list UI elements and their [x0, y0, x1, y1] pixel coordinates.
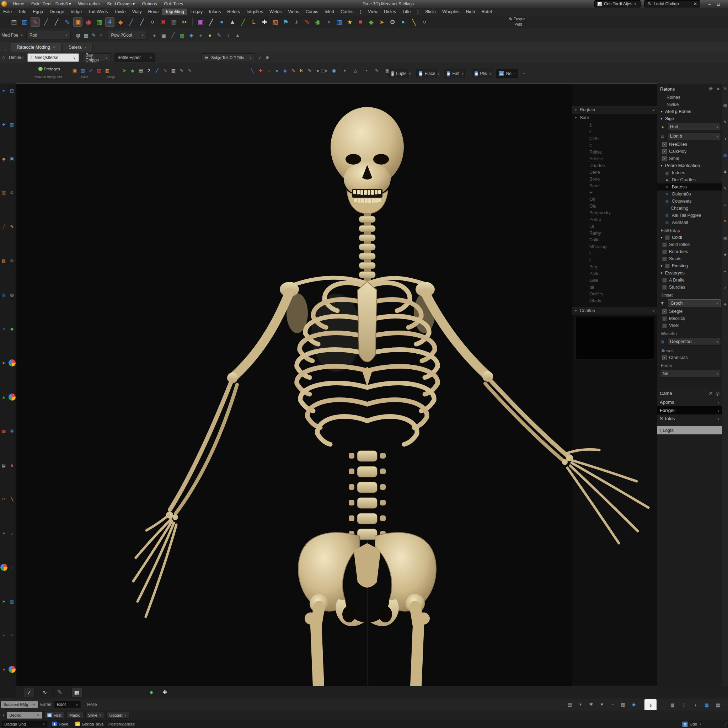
frame-icon[interactable]: ▣: [160, 31, 167, 39]
clip-icon[interactable]: ▤: [566, 701, 574, 708]
menu-item-inloes[interactable]: Inloes: [206, 9, 224, 15]
explorer-item[interactable]: Lil: [572, 223, 657, 229]
explorer-section-ceatlon[interactable]: ▼Ceatlon ∨: [572, 307, 657, 315]
lasso-icon[interactable]: ◉: [84, 17, 93, 27]
move-tool-icon[interactable]: ✚: [0, 121, 8, 128]
wrench-dock-icon[interactable]: ⚙: [9, 257, 16, 265]
back-chevron-icon[interactable]: ‹: [0, 47, 11, 52]
explorer-item[interactable]: H: [572, 189, 657, 196]
menu-item-disles[interactable]: Disles: [381, 9, 399, 15]
quarter-toggle-icon[interactable]: ◔: [362, 67, 370, 74]
red-wrench-icon[interactable]: ✎: [162, 67, 169, 74]
viewport-3d[interactable]: ▼Rugtain ∨ ▼Sore 1ilCitteitReliseAdelseD…: [16, 84, 657, 686]
brush-icon[interactable]: ✎: [31, 17, 40, 27]
came-close-icon[interactable]: ✕: [709, 391, 713, 396]
paint-icon[interactable]: ◆: [116, 17, 125, 27]
fan-icon[interactable]: ✚: [9, 428, 16, 435]
star-icon[interactable]: ★: [345, 17, 355, 27]
note-small-icon[interactable]: ♪: [224, 31, 232, 39]
quick-access-item[interactable]: Se d Covags ▾: [104, 2, 138, 6]
subject-tool-select[interactable]: ☰ Sobje Tolt O ? Title∨: [202, 54, 255, 62]
sphere-icon[interactable]: ●: [217, 17, 226, 27]
pencil-dock-icon[interactable]: ✎: [9, 223, 16, 230]
menu-item-nieh[interactable]: Nieh: [463, 9, 479, 15]
cross-red-icon[interactable]: ✚: [257, 67, 264, 74]
pen-green-icon[interactable]: ✎: [306, 67, 313, 74]
green-grid-icon[interactable]: ▦: [178, 31, 186, 39]
hoye-toggle[interactable]: ▮ Hoye: [50, 720, 71, 728]
grid-tool-icon[interactable]: ▦: [82, 31, 90, 39]
check-blue-icon[interactable]: ✔: [87, 67, 95, 74]
angle-icon[interactable]: L: [249, 17, 258, 27]
quick-access-item[interactable]: Goll-Tices: [160, 2, 187, 6]
zoom2-box[interactable]: 2: [145, 67, 153, 74]
quick-access-item[interactable]: Faile' Dent - Dods3 ▾: [28, 2, 75, 6]
tri-icon[interactable]: ▲: [234, 31, 242, 39]
props-row-coldi[interactable]: ▼Coldi: [657, 234, 722, 241]
pen-small-icon[interactable]: ✎: [215, 31, 223, 39]
knife-icon[interactable]: ✂: [180, 17, 189, 27]
lamp-icon[interactable]: ▲: [228, 17, 237, 27]
account-button[interactable]: Cos Tordt Aljes ▾: [594, 0, 641, 8]
preset-dropdown[interactable]: Rod∨: [26, 31, 71, 40]
props-row-dexpentod[interactable]: ▥Dexpentod∨: [657, 337, 722, 346]
search-edge-icon[interactable]: ○: [724, 203, 726, 207]
green-sphere-icon[interactable]: ●: [150, 689, 153, 696]
pen-toggle-icon[interactable]: ✎: [373, 67, 380, 74]
stack-icon[interactable]: ▤: [9, 17, 18, 27]
square-toggle-icon[interactable]: ⬚: [320, 67, 327, 74]
dadiga-select[interactable]: Dadiga Ung∨: [2, 720, 47, 728]
explorer-item[interactable]: Daudde: [572, 162, 657, 169]
props-row-atell-g-bones[interactable]: ▼Atell g Bones: [657, 108, 722, 115]
menu-item-carles[interactable]: Carles: [337, 9, 356, 15]
heart-icon[interactable]: ♥: [598, 701, 606, 708]
disc-edge-icon[interactable]: ●: [724, 269, 726, 273]
swoosh-icon[interactable]: ➤: [121, 67, 128, 74]
tab-rateocle-moding[interactable]: Rateocle Moding∨: [11, 43, 61, 52]
overflow-chevrons-icon[interactable]: »: [523, 71, 525, 75]
props-row-nivlue[interactable]: Nivlue: [657, 101, 722, 108]
came-target-icon[interactable]: ◎: [716, 391, 719, 396]
props-row-aridmalt[interactable]: ▥AridMalt: [657, 219, 722, 226]
bolt-icon[interactable]: ➤: [377, 17, 386, 27]
truck-icon[interactable]: ▣: [9, 155, 16, 162]
quick-access-item[interactable]: Home: [9, 2, 28, 6]
curve-green-icon[interactable]: ≈: [265, 67, 272, 74]
key-icon[interactable]: ╲: [409, 17, 418, 27]
pen3-icon[interactable]: ╱: [137, 17, 147, 27]
ugo-button[interactable]: ▤ Ugo ∨: [682, 722, 702, 726]
orange-box-icon[interactable]: ▣: [71, 67, 78, 74]
tool-dropdown[interactable]: Pow ?Gool∨: [108, 31, 147, 40]
props-row-emsting[interactable]: ▼Emsting: [657, 262, 722, 269]
thumb-icon[interactable]: ◆: [187, 31, 195, 39]
menu-item-tod-wees[interactable]: Tod Wees: [85, 9, 111, 15]
sep[interactable]: |: [192, 18, 193, 26]
props-row-skegle[interactable]: ✓Skegle: [657, 308, 722, 315]
hat-icon[interactable]: ●: [0, 530, 8, 537]
menu-item-title[interactable]: Title: [399, 9, 414, 15]
ball-red-icon[interactable]: ●: [0, 666, 8, 673]
gorlga-toggle[interactable]: ▰ Gorlga Tave: [73, 720, 106, 728]
close-small-icon[interactable]: ✕: [723, 86, 726, 91]
drop-icon[interactable]: ●: [399, 17, 408, 27]
props-row-cotsveets[interactable]: ▥Cotsveets: [657, 198, 722, 205]
magnifier-icon[interactable]: ○: [148, 17, 157, 27]
explorer-item[interactable]: Mhealogl: [572, 243, 657, 250]
magnify-dock-icon[interactable]: ○: [9, 564, 16, 571]
dot-icon[interactable]: ●: [150, 31, 158, 39]
gold-dot-icon[interactable]: ●: [206, 31, 214, 39]
props-row-ctarticuts[interactable]: ✓Ctarticuts: [657, 354, 722, 361]
tri-toggle-icon[interactable]: △: [352, 67, 359, 74]
banana-icon[interactable]: ╲: [9, 496, 16, 503]
explorer-item[interactable]: Beg: [572, 263, 657, 270]
k-icon[interactable]: K: [298, 67, 305, 74]
explorer-item[interactable]: tal: [572, 284, 657, 291]
explorer-item[interactable]: Serie: [572, 182, 657, 189]
feather-icon[interactable]: ➤: [0, 359, 8, 367]
explorer-item[interactable]: t: [572, 250, 657, 257]
rope-icon[interactable]: ≈: [9, 632, 16, 639]
explorer-item[interactable]: Pobar: [572, 216, 657, 223]
props-row-battess[interactable]: ✎Battess: [657, 184, 722, 191]
lego-icon[interactable]: ▦: [0, 428, 8, 435]
menu-item-towle[interactable]: Towle: [111, 9, 129, 15]
